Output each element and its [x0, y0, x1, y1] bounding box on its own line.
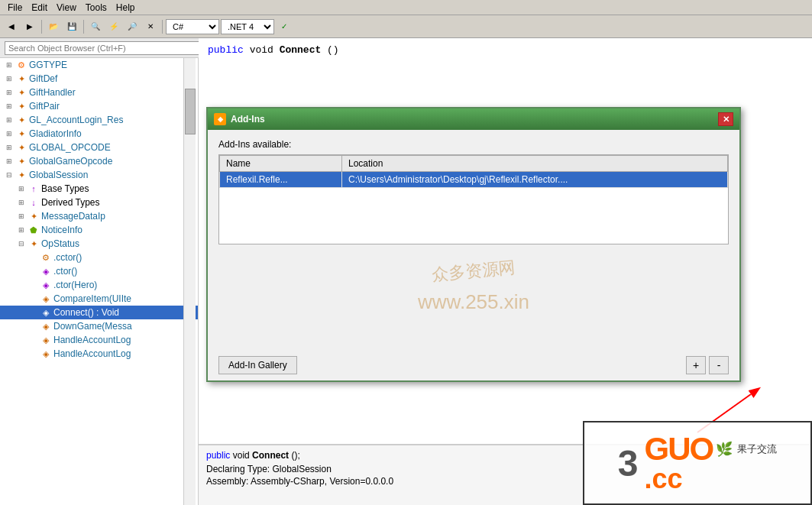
logo-brand-container: GUO 🌿 果子交流 .cc [645, 433, 778, 493]
dialog-label: Add-Ins available: [218, 139, 729, 150]
dialog-table: Name Location Reflexil.Refle... C:\Users… [219, 155, 728, 188]
dialog-title-icon: ◈ [214, 113, 226, 125]
dialog-body: Add-Ins available: Name Location Reflexi… [208, 130, 739, 350]
logo-cc-text: .cc [645, 465, 683, 493]
col-header-location[interactable]: Location [342, 156, 728, 172]
logo-label: 果子交流 [737, 442, 777, 456]
dialog-title-left: ◈ Add-Ins [214, 113, 265, 125]
cell-name: Reflexil.Refle... [220, 172, 342, 188]
logo-guo-text: GUO [645, 433, 713, 465]
remove-button[interactable]: - [709, 356, 729, 374]
dialog-table-header: Name Location [220, 156, 728, 172]
logo-top-row: GUO 🌿 果子交流 [645, 433, 778, 465]
dialog-close-button[interactable]: ✕ [718, 112, 733, 126]
add-in-gallery-button[interactable]: Add-In Gallery [218, 356, 297, 374]
dialog-title-text: Add-Ins [231, 114, 265, 125]
dialog-table-body: Reflexil.Refle... C:\Users\Administrator… [220, 172, 728, 188]
logo-watermark: 3 GUO 🌿 果子交流 .cc [583, 421, 812, 505]
dialog-footer: Add-In Gallery + - [208, 350, 739, 380]
logo-bottom-row: .cc [645, 465, 683, 493]
cell-location: C:\Users\Administrator\Desktop\gj\Reflex… [342, 172, 728, 188]
add-ins-dialog: ◈ Add-Ins ✕ Add-Ins available: Name Loca… [206, 107, 741, 382]
col-header-name[interactable]: Name [220, 156, 342, 172]
logo-number: 3 [618, 442, 639, 484]
dialog-empty-area: 众多资源网 www.255.xin [218, 252, 729, 341]
dialog-footer-right: + - [686, 356, 729, 374]
watermark-cn: 众多资源网 [431, 256, 516, 286]
dialog-titlebar: ◈ Add-Ins ✕ [208, 108, 739, 130]
add-button[interactable]: + [686, 356, 706, 374]
logo-leaf-icon: 🌿 [716, 441, 733, 458]
table-row[interactable]: Reflexil.Refle... C:\Users\Administrator… [220, 172, 728, 188]
dialog-table-wrapper: Name Location Reflexil.Refle... C:\Users… [218, 154, 729, 244]
watermark-url: www.255.xin [418, 290, 529, 314]
